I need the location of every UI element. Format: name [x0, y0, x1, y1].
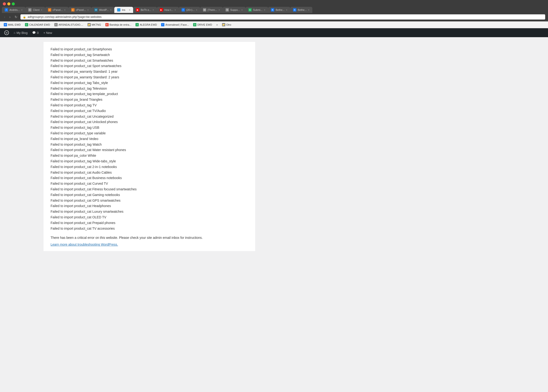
- browser-tab-tab-ins[interactable]: 🌐Ins×: [114, 7, 133, 13]
- error-line-21: Failed to import product_cat 2-in-1 note…: [51, 164, 248, 170]
- bookmark-favicon-9: 📁: [222, 23, 225, 26]
- tab-favicon-tab-cpanel1: c: [48, 8, 51, 12]
- tab-favicon-tab-cpanel2: c: [71, 8, 75, 12]
- error-log: Failed to import product_cat Smartphones…: [43, 42, 255, 251]
- bookmark-item-0[interactable]: MMAIL EWD: [2, 22, 23, 27]
- error-line-6: Failed to import product_tag Tabs_style: [51, 80, 248, 86]
- error-line-22: Failed to import product_cat Audio Cable…: [51, 170, 248, 175]
- traffic-light-green[interactable]: [12, 2, 15, 5]
- error-line-30: Failed to import product_cat OLED TV: [51, 215, 248, 220]
- tabs-bar: fAndrés...×CClient×ccPanel...×ccPanel...…: [0, 7, 548, 13]
- error-line-7: Failed to import product_tag Television: [51, 86, 248, 91]
- bookmark-item-5[interactable]: AALEGRA EWD: [134, 22, 159, 27]
- comments-icon: 💬: [32, 31, 36, 34]
- browser-tab-tab-submi[interactable]: GSubmi...×: [246, 7, 268, 13]
- bookmark-favicon-6: f: [161, 23, 164, 26]
- tab-label-tab-bethe1: BeTh e...: [141, 8, 151, 11]
- error-line-2: Failed to import product_cat Smartwatche…: [51, 58, 248, 63]
- comments-count: 0: [37, 31, 39, 35]
- tab-close-tab-bethe2[interactable]: ×: [286, 9, 287, 11]
- bookmark-favicon-1: C: [25, 23, 28, 26]
- tab-close-tab-andres[interactable]: ×: [21, 9, 23, 11]
- troubleshoot-link[interactable]: Learn more about troubleshooting WordPre…: [51, 243, 118, 246]
- refresh-button[interactable]: ↻: [14, 14, 19, 19]
- tab-close-tab-howto[interactable]: ×: [174, 9, 176, 11]
- wp-logo-item[interactable]: W: [2, 28, 11, 37]
- tab-favicon-tab-theme: M: [203, 8, 206, 12]
- bookmark-item-7[interactable]: DDRIVE EWD: [191, 22, 214, 27]
- tab-favicon-tab-bethe3: B: [293, 8, 296, 12]
- tab-label-tab-facebook: (20+)...: [186, 8, 194, 11]
- browser-tab-tab-cpanel2[interactable]: ccPanel...×: [69, 7, 92, 13]
- bookmark-favicon-2: A: [54, 23, 58, 26]
- bookmark-label-2: ARSNEALSTUDIO....: [59, 23, 83, 26]
- browser-tab-tab-wordpress[interactable]: WWordP...×: [91, 7, 114, 13]
- tab-favicon-tab-suppo: S: [226, 8, 229, 12]
- tab-label-tab-wordpress: WordP...: [99, 8, 109, 11]
- browser-tab-tab-theme[interactable]: M[Them...×: [200, 7, 223, 13]
- traffic-light-red[interactable]: [3, 2, 6, 5]
- comments-item[interactable]: 💬 0: [30, 28, 41, 37]
- tab-close-tab-suppo[interactable]: ×: [241, 9, 243, 11]
- tab-label-tab-bethe2: Bethe...: [276, 8, 284, 11]
- my-blog-item[interactable]: ⌂ My Blog: [11, 28, 30, 37]
- bookmark-label-4: Bandeja de entra...: [110, 23, 132, 26]
- bookmark-favicon-7: D: [193, 23, 196, 26]
- main-content: Failed to import product_cat Smartphones…: [0, 37, 548, 392]
- error-line-8: Failed to import product_tag template_pr…: [51, 91, 248, 97]
- error-line-24: Failed to import product_cat Curved TV: [51, 181, 248, 187]
- tab-favicon-tab-submi: G: [248, 8, 252, 12]
- browser-tab-tab-cpanel1[interactable]: ccPanel...×: [45, 7, 69, 13]
- address-bar[interactable]: 🔒 adhgroupnyc.com/wp-admin/admin.php?pag…: [21, 14, 545, 20]
- error-line-27: Failed to import product_cat GPS smartwa…: [51, 198, 248, 203]
- error-line-5: Failed to import pa_warranty Standard: 2…: [51, 75, 248, 80]
- tab-close-tab-ins[interactable]: ×: [129, 9, 130, 11]
- tab-favicon-tab-client: C: [28, 8, 32, 12]
- bookmark-favicon-3: 📁: [88, 23, 91, 26]
- tab-label-tab-cpanel2: cPanel...: [76, 8, 86, 11]
- back-button[interactable]: ‹: [3, 14, 6, 19]
- tab-close-tab-cpanel2[interactable]: ×: [87, 9, 89, 11]
- bookmark-item-3[interactable]: 📁MKTNG: [86, 22, 103, 27]
- new-item[interactable]: + New: [41, 28, 54, 37]
- tab-favicon-tab-andres: f: [5, 8, 8, 12]
- traffic-light-yellow[interactable]: [7, 2, 10, 5]
- tab-close-tab-facebook[interactable]: ×: [196, 9, 197, 11]
- browser-tab-tab-client[interactable]: CClient×: [25, 7, 45, 13]
- tab-close-tab-client[interactable]: ×: [41, 9, 42, 11]
- wp-logo-icon: W: [4, 30, 9, 35]
- browser-tab-tab-bethe1[interactable]: ▶BeTh e...×: [133, 7, 157, 13]
- tab-close-tab-theme[interactable]: ×: [218, 9, 220, 11]
- tab-close-tab-submi[interactable]: ×: [264, 9, 265, 11]
- error-line-17: Failed to import product_tag Watch: [51, 142, 248, 147]
- bookmark-item-8[interactable]: »: [215, 23, 220, 27]
- bookmark-label-9: Otro: [226, 23, 231, 26]
- bookmark-item-2[interactable]: AARSNEALSTUDIO....: [52, 22, 85, 27]
- tab-close-tab-bethe3[interactable]: ×: [308, 9, 310, 11]
- my-blog-label: My Blog: [16, 31, 28, 35]
- browser-tab-tab-bethe3[interactable]: BBethe...×: [290, 7, 312, 13]
- home-icon: ⌂: [14, 31, 15, 34]
- browser-tab-tab-facebook[interactable]: f(20+)...×: [179, 7, 200, 13]
- tab-close-tab-cpanel1[interactable]: ×: [64, 9, 66, 11]
- url-text: adhgroupnyc.com/wp-admin/admin.php?page=…: [28, 15, 102, 19]
- bookmark-item-6[interactable]: fArsenalewd | Face...: [159, 22, 191, 27]
- bookmark-label-5: ALEGRA EWD: [140, 23, 157, 26]
- forward-button[interactable]: ›: [8, 14, 12, 19]
- bookmark-label-3: MKTNG: [92, 23, 101, 26]
- tab-close-tab-wordpress[interactable]: ×: [110, 9, 111, 11]
- tab-favicon-tab-ins: 🌐: [117, 8, 120, 12]
- browser-tab-tab-bethe2[interactable]: BBethe...×: [268, 7, 290, 13]
- browser-tab-tab-andres[interactable]: fAndrés...×: [2, 7, 25, 13]
- tab-close-tab-bethe1[interactable]: ×: [153, 9, 154, 11]
- bookmark-item-1[interactable]: CCALENDAR EWD: [23, 22, 52, 27]
- tab-label-tab-client: Client: [33, 8, 40, 11]
- browser-tab-tab-howto[interactable]: ▶How t...×: [157, 7, 179, 13]
- bookmark-item-9[interactable]: 📁Otro: [220, 22, 233, 27]
- error-line-16: Failed to import pa_brand Vedeo: [51, 136, 248, 142]
- bookmark-item-4[interactable]: BBandeja de entra...: [104, 22, 133, 27]
- error-line-31: Failed to import product_cat Prepaid pho…: [51, 220, 248, 226]
- browser-tab-tab-suppo[interactable]: SSuppo...×: [223, 7, 246, 13]
- error-line-20: Failed to import product_tag Wide-tabs_s…: [51, 159, 248, 164]
- tab-label-tab-howto: How t...: [164, 8, 173, 11]
